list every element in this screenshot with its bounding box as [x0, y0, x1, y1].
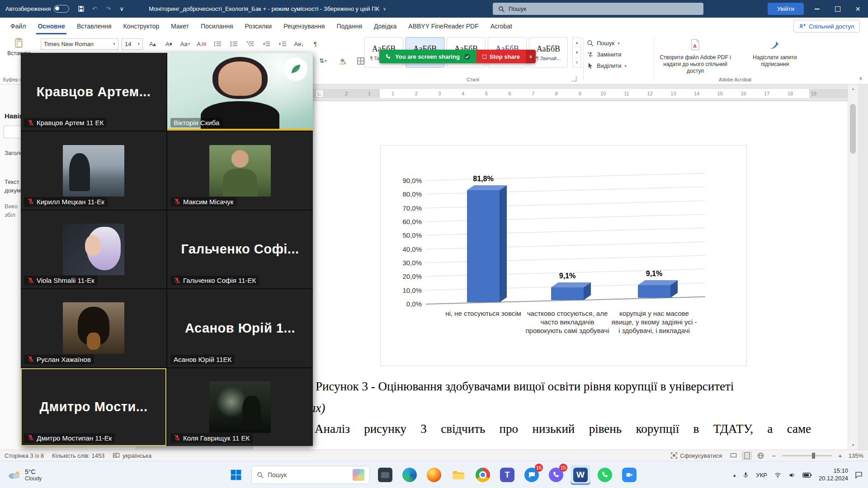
font-size-combo[interactable]: 14 ▾ [122, 38, 143, 50]
participant-tile[interactable]: Коля Гаврищук 11 ЕК [167, 368, 313, 446]
save-icon[interactable] [75, 3, 87, 15]
change-case-button[interactable]: Аа▾ [179, 38, 192, 50]
web-layout-icon[interactable] [755, 451, 765, 460]
participant-tile[interactable]: Кравцов Артем...Кравцов Артем 11 ЕК [21, 53, 166, 131]
minimize-button[interactable] [807, 0, 827, 18]
weather-widget[interactable]: 5°C Cloudy [0, 461, 49, 488]
close-button[interactable]: ✕ [848, 0, 868, 18]
autosave-control[interactable]: Автозбереження [0, 5, 69, 13]
print-layout-icon[interactable] [742, 451, 752, 460]
participant-tile[interactable]: Руслан Хажаїнов [21, 289, 166, 367]
multilevel-list-button[interactable] [244, 38, 257, 50]
battery-icon[interactable] [802, 472, 812, 478]
undo-icon[interactable]: ↶ [88, 3, 101, 15]
font-name-combo[interactable]: Times New Roman ▾ [41, 38, 118, 50]
tab-рецензування[interactable]: Рецензування [278, 18, 330, 34]
request-signatures-button[interactable]: Надіслати запити підписання [739, 38, 811, 75]
wifi-icon[interactable] [774, 472, 782, 479]
tab-вставлення[interactable]: Вставлення [71, 18, 118, 34]
tray-chevron-up-icon[interactable]: ▴ [733, 472, 736, 478]
tab-макет[interactable]: Макет [165, 18, 195, 34]
collapse-ribbon-icon[interactable]: ∧ [859, 75, 863, 81]
tab-основне[interactable]: Основне [32, 18, 71, 34]
messages-icon[interactable]: 16 [522, 465, 542, 485]
ruler[interactable]: ∟ 2112345678910111213141516171819 [253, 88, 857, 99]
scroll-down-icon[interactable]: ▾ [848, 441, 858, 450]
search-highlight-thumbnail[interactable] [353, 469, 364, 481]
shrink-font-button[interactable]: А▾ [162, 38, 175, 50]
scroll-up-icon[interactable]: ▴ [848, 84, 858, 93]
zoom-slider[interactable] [782, 455, 832, 456]
grow-font-button[interactable]: А▴ [146, 38, 159, 50]
line-spacing-button[interactable]: ⇅▾ [316, 55, 330, 66]
app-icon[interactable] [375, 465, 395, 485]
signin-button[interactable]: Увійти [768, 3, 804, 15]
sort-button[interactable]: Ая↓ [292, 38, 306, 50]
participant-tile[interactable]: Асанов Юрій 1...Асанов Юрій 11ЕК [167, 289, 313, 367]
tab-подання[interactable]: Подання [330, 18, 368, 34]
redo-icon[interactable]: ↷ [102, 3, 114, 15]
qat-customize-chevron-icon[interactable]: ∨ [115, 3, 128, 15]
participant-tile[interactable]: Viola Shmalii 11-Ек [21, 211, 166, 288]
bullets-button[interactable] [211, 38, 224, 50]
zoom-slider-thumb[interactable] [812, 453, 815, 459]
tray-mic-icon[interactable] [742, 472, 749, 479]
decrease-indent-button[interactable] [260, 38, 273, 50]
gallery-more-icon[interactable]: ≡ [573, 58, 581, 67]
language-indicator[interactable]: УКР [756, 472, 767, 479]
scrollbar-thumb[interactable] [850, 104, 856, 154]
start-button[interactable] [226, 465, 246, 485]
styles-dialog-launcher-icon[interactable] [571, 76, 576, 81]
editing-replace-button[interactable]: Замінити [587, 51, 627, 58]
volume-icon[interactable] [788, 472, 796, 479]
titlebar-search[interactable]: Пошук [493, 3, 703, 15]
zoom-level[interactable]: 135% [849, 452, 863, 459]
title-chevron-icon[interactable]: ∨ [383, 6, 386, 11]
focus-mode-button[interactable]: Сфокусуватися [671, 452, 722, 459]
participant-tile[interactable]: Кирилл Мецкан 11-Ек [21, 131, 166, 209]
tab-abbyy-finereader-pdf[interactable]: ABBYY FineReader PDF [402, 18, 484, 34]
gallery-down-icon[interactable]: ▾ [573, 47, 581, 57]
read-mode-icon[interactable] [728, 451, 738, 460]
word-count[interactable]: Кількість слів: 1453 [52, 452, 104, 459]
zoom-in-icon[interactable]: + [838, 452, 842, 460]
tab-конструктор[interactable]: Конструктор [117, 18, 165, 34]
whatsapp-icon[interactable] [595, 465, 615, 485]
file-explorer-icon[interactable] [448, 465, 468, 485]
participant-tile[interactable]: Максим Місачук [167, 131, 313, 209]
zoom-out-icon[interactable]: − [772, 452, 776, 460]
editing-cursor-button[interactable]: Виділити▾ [587, 62, 627, 69]
share-options-chevron-icon[interactable]: ∨ [526, 50, 536, 63]
taskbar-search[interactable]: Пошук [251, 466, 370, 484]
clear-formatting-button[interactable]: А [195, 38, 208, 50]
tab-acrobat[interactable]: Acrobat [485, 18, 518, 34]
participant-tile[interactable]: Гальченко Софі...Гальченко Софія 11-ЕК [167, 211, 313, 288]
shading-button[interactable] [336, 55, 349, 66]
tab-довідка[interactable]: Довідка [368, 18, 402, 34]
editing-search-button[interactable]: Пошук▾ [587, 40, 627, 47]
create-pdf-button[interactable]: A Створити файл Adobe PDF і надати до нь… [659, 38, 731, 75]
show-formatting-marks-button[interactable]: ¶ [309, 38, 322, 50]
tab-stop-selector[interactable]: ∟ [316, 89, 324, 98]
page-indicator[interactable]: Сторінка 3 із 8 [5, 452, 44, 459]
clock[interactable]: 15:10 20.12.2024 [819, 467, 848, 483]
participant-tile[interactable]: Дмитро Мости...Дмитро Мостипан 11-Ек [21, 368, 166, 446]
gallery-up-icon[interactable]: ▴ [573, 38, 581, 47]
chart-object[interactable]: 90,0%80,0%70,0%60,0%50,0%40,0%30,0%20,0%… [380, 145, 747, 366]
share-document-button[interactable]: Спільний доступ [793, 20, 860, 33]
stop-share-button[interactable]: Stop share [476, 50, 526, 63]
tab-файл[interactable]: Файл [5, 18, 32, 34]
viber-icon[interactable]: 15 [546, 465, 566, 485]
action-center-icon[interactable] [855, 471, 863, 479]
firefox-icon[interactable] [424, 465, 444, 485]
document-page[interactable]: 90,0%80,0%70,0%60,0%50,0%40,0%30,0%20,0%… [253, 101, 857, 450]
proofing-status[interactable]: українська [113, 452, 151, 459]
numbering-button[interactable] [227, 38, 241, 50]
tab-посилання[interactable]: Посилання [195, 18, 239, 34]
word-icon[interactable]: W [571, 465, 590, 485]
zoom-icon[interactable] [619, 465, 639, 485]
maximize-button[interactable] [827, 0, 848, 18]
autosave-toggle[interactable] [54, 5, 69, 13]
tab-розсилки[interactable]: Розсилки [239, 18, 278, 34]
vertical-scrollbar[interactable]: ▴ ▾ [848, 84, 858, 450]
